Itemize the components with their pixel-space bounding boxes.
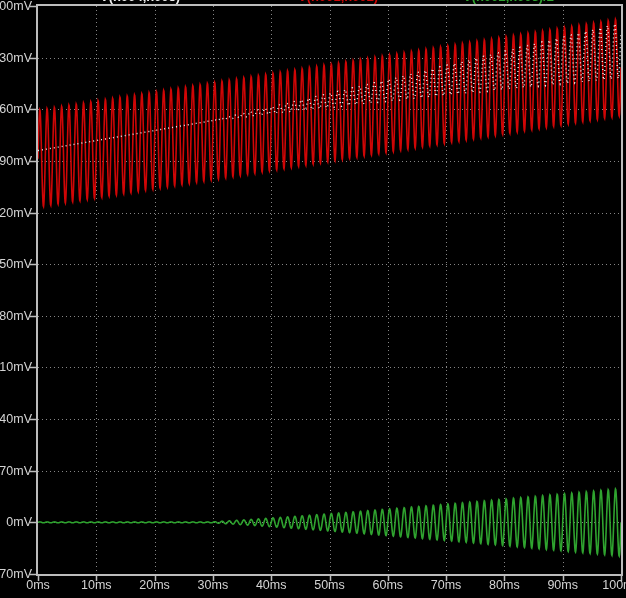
waveform-viewer: V(n004,n005) V(n001,n002) V(n002,n003)/2… — [0, 0, 626, 598]
waveform-plot-canvas[interactable] — [0, 0, 626, 598]
trace-label-green[interactable]: V(n002,n003)/2 — [463, 0, 554, 3]
trace-label-red[interactable]: V(n001,n002) — [298, 0, 378, 3]
trace-label-white[interactable]: V(n004,n005) — [100, 0, 180, 3]
